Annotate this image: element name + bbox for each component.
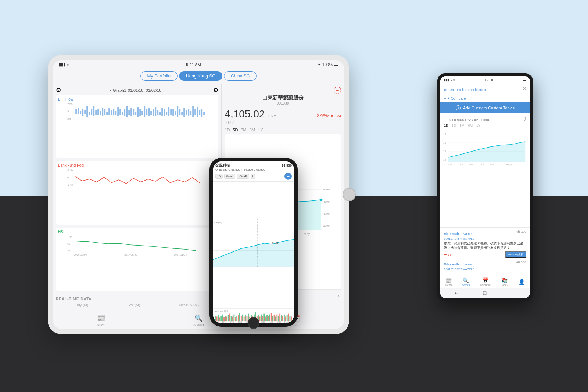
nav-cal-label: Cal [293,323,298,327]
svg-rect-26 [126,106,128,117]
stock-change: -2.96% ▼ 124 [315,113,341,119]
svg-rect-31 [137,107,139,117]
android-nav-stocks[interactable]: 🔍 Stocks [462,277,470,286]
svg-text:75pt: 75pt [67,235,72,238]
svg-rect-103 [226,316,227,321]
android-nav-bookv[interactable]: 📚 BookV [501,277,509,286]
svg-rect-148 [291,316,292,321]
svg-rect-141 [281,315,282,322]
settings-icon-right[interactable]: ⚙ [213,87,218,94]
android-nav-bookv-label: BookV [501,284,509,286]
it-tab-1d[interactable]: 1D [444,124,448,127]
svg-rect-105 [229,314,230,321]
svg-rect-130 [265,316,266,321]
tablet-home-button[interactable] [343,188,356,201]
search-icon: 🔍 [194,314,202,322]
bf-flow-label: B.F. Flow [58,97,216,101]
share-icon[interactable]: ⤴ [524,117,526,122]
scene: ▮▮▮ ⌾ 9:41 AM ✦ 100% ▬ My Portfolio Hong… [0,0,588,392]
ctrl-1d[interactable]: 1D [215,174,223,179]
down-arrow-icon: ▼ [330,113,334,119]
tab-1y[interactable]: 1Y [258,128,263,132]
iphone-stock-name: 金風科技 [215,163,230,168]
svg-rect-18 [108,108,110,115]
android-calendar-icon: 📅 [482,277,488,283]
billboard-arrow-icon[interactable]: › [338,293,340,299]
battery-icon: ▬ [523,78,526,82]
svg-text:5: 5 [67,110,69,113]
svg-rect-27 [128,110,130,115]
svg-rect-132 [268,316,269,322]
android-close-button[interactable]: ✕ [523,86,526,91]
tab-3m[interactable]: 3M [241,128,246,132]
svg-rect-128 [262,316,263,322]
realtime-title: REAL-TIME DATA [56,297,218,301]
it-tab-5d[interactable]: 5D [452,124,456,127]
tab-my-portfolio[interactable]: My Portfolio [140,71,178,81]
android-screen: ▮▮▮ ▸ ⌾ 12:30 ▬ ethereum bitcoin litecoi… [440,76,530,298]
svg-text:21/12: 21/12 [284,321,289,323]
nav-search[interactable]: 🔍 Search [193,314,204,327]
svg-rect-44 [166,112,167,115]
svg-rect-43 [164,109,165,116]
svg-rect-14 [100,111,101,115]
it-tab-6m[interactable]: 6M [468,124,473,127]
news-author-1: Bitex Author Name [444,232,472,236]
android-back-icon[interactable]: ↵ [455,290,459,296]
svg-text:19/12: 19/12 [269,321,273,323]
bank-fund-label: Bank Fund Pool [58,163,216,167]
svg-rect-42 [161,108,163,116]
iphone-controls: 1D Volat. VWAP f + [215,173,292,180]
hsi-label: HSI [58,230,216,234]
svg-rect-29 [133,109,134,115]
svg-rect-98 [219,317,220,321]
it-tab-3m[interactable]: 3M [460,124,465,127]
col-buy: Buy (M) [75,303,88,307]
prev-icon[interactable]: ‹ [110,88,111,92]
android-nav-profile[interactable]: 👤 [519,279,525,285]
tab-6m[interactable]: 6M [250,128,255,132]
remove-stock-button[interactable]: − [334,87,341,94]
svg-rect-24 [122,112,123,115]
next-icon[interactable]: › [163,88,164,92]
tab-1d[interactable]: 1D [225,128,230,132]
svg-rect-144 [285,316,286,321]
iphone-device: 金風科技 56,830 O 56,830 C 56,830 H 56,830 L… [209,158,298,327]
settings-icon-left[interactable]: ⚙ [56,87,61,94]
hsi-svg: 75pt 50 25 2016/12/09 2017/06/02 2017/11… [58,235,216,257]
svg-rect-34 [144,106,145,117]
ctrl-f[interactable]: f [251,174,255,179]
tab-5d[interactable]: 5D [233,128,238,132]
tablet-device: ▮▮▮ ⌾ 9:41 AM ✦ 100% ▬ My Portfolio Hong… [48,55,349,334]
svg-rect-8 [86,106,88,117]
interest-chart: 40 30 20 10 15/4 18/4 19 [440,129,530,227]
nav-news[interactable]: 📰 News [97,314,105,327]
svg-text:4000: 4000 [323,212,330,215]
svg-text:Today: Today [506,163,512,166]
compare-plus-icon: + [444,97,446,101]
android-nav-news[interactable]: 📰 News [445,277,452,286]
google-search-button[interactable]: Google搜索 [505,251,526,258]
android-recents-icon[interactable]: ← [510,290,516,296]
android-compare[interactable]: + + Compare [440,95,530,102]
graph-nav: ‹ Graph1 01/01/18–01/02/18 › [110,88,164,92]
ctrl-volat[interactable]: Volat. [224,174,235,179]
tab-hong-kong-sc[interactable]: Hong Kong SC [179,71,222,81]
add-query-button[interactable]: + Add Query to Custom Topics [440,102,530,113]
it-tab-1y[interactable]: 1Y [476,124,480,127]
iphone-add-button[interactable]: + [284,173,292,180]
stock-code: 001338 [225,101,341,105]
ctrl-vwap[interactable]: VWAP [237,174,249,179]
android-home-icon[interactable]: □ [483,290,486,296]
android-nav-calendar[interactable]: 📅 Calendar [480,277,490,286]
svg-rect-7 [84,110,86,114]
battery-icon: ▬ [334,62,338,67]
svg-rect-116 [245,315,246,322]
iphone-home-button[interactable] [248,317,259,329]
svg-rect-111 [238,315,239,322]
svg-text:2017/11/24: 2017/11/24 [174,254,187,256]
tab-china-sc[interactable]: China SC [224,71,257,81]
android-nav-news-label: News [445,284,452,286]
col-sell: Sell (M) [128,303,140,307]
iphone-screen: 金風科技 56,830 O 56,830 C 56,830 H 56,830 L… [213,161,294,323]
